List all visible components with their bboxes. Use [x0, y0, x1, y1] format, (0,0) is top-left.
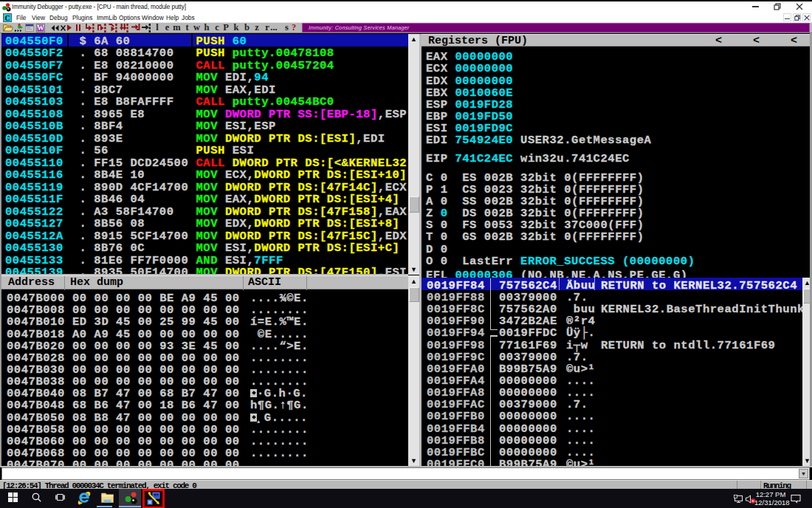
svg-text:W: W [37, 24, 44, 32]
